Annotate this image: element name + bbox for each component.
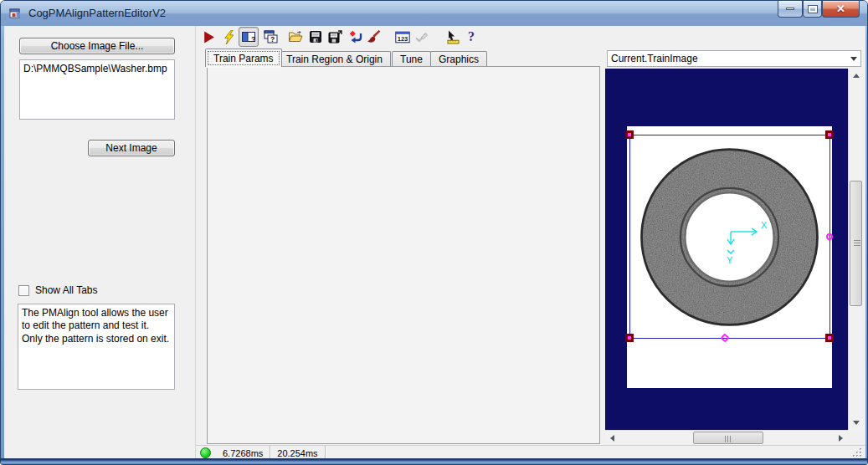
choose-image-file-button[interactable]: Choose Image File... — [19, 38, 175, 54]
train-region-handle-bottom-right[interactable] — [825, 334, 834, 342]
minimize-button[interactable] — [778, 1, 803, 18]
tab-tune[interactable]: Tune — [392, 51, 431, 67]
brush-icon[interactable] — [364, 27, 384, 47]
train-params-page — [207, 66, 600, 444]
close-button[interactable]: ✕ — [822, 1, 860, 18]
arrow-down-icon — [853, 421, 860, 425]
train-region-handle-top-left[interactable] — [625, 130, 634, 139]
maximize-button[interactable] — [803, 1, 822, 18]
scroll-up-button[interactable] — [849, 69, 863, 83]
image-file-path: D:\PMMQBSample\Washer.bmp — [23, 63, 167, 74]
horizontal-scrollbar[interactable] — [605, 430, 848, 444]
close-icon: ✕ — [836, 3, 845, 14]
tool-description-box: The PMAlign tool allows the user to edit… — [18, 304, 175, 390]
window-title: CogPMAlignPatternEditorV2 — [28, 7, 166, 19]
pointer-ruler-icon[interactable] — [443, 27, 463, 47]
svg-text:?: ? — [251, 34, 256, 43]
arrow-up-icon — [853, 74, 860, 78]
float-window-icon[interactable]: ? — [260, 27, 280, 47]
svg-text:?: ? — [270, 35, 275, 43]
pen-check-icon[interactable] — [411, 27, 431, 47]
tab-train-params[interactable]: Train Params — [205, 49, 282, 67]
train-region-rect[interactable] — [629, 135, 830, 339]
reset-arrow-icon[interactable] — [346, 27, 366, 47]
record-selector-dropdown-arrow[interactable] — [846, 51, 860, 66]
vertical-scrollbar[interactable] — [848, 69, 862, 430]
resize-grip-icon[interactable] — [852, 447, 863, 458]
run-icon[interactable] — [198, 27, 218, 47]
lightning-icon[interactable] — [218, 27, 239, 47]
save-as-icon[interactable] — [326, 27, 346, 47]
horizontal-scroll-thumb[interactable] — [693, 432, 763, 444]
status-indicator-green — [200, 447, 211, 458]
thumb-grip-icon — [725, 436, 732, 442]
next-image-button[interactable]: Next Image — [88, 140, 175, 156]
scroll-down-button[interactable] — [849, 416, 863, 430]
maximize-icon — [809, 6, 817, 13]
vertical-scroll-thumb[interactable] — [850, 181, 862, 306]
train-region-handle-right-mid[interactable] — [826, 233, 833, 240]
show-all-tabs-checkbox[interactable] — [18, 285, 29, 296]
numeric-123-icon[interactable]: 123 — [393, 27, 413, 47]
window-frame-bottom — [1, 458, 867, 464]
arrow-left-icon — [610, 435, 614, 442]
arrow-right-icon — [839, 435, 843, 442]
minimize-icon — [786, 8, 794, 10]
open-folder-icon[interactable] — [285, 27, 306, 47]
svg-text:123: 123 — [398, 34, 408, 42]
help-icon[interactable]: ? — [461, 27, 481, 47]
scroll-right-button[interactable] — [834, 431, 848, 445]
chevron-down-icon — [850, 57, 857, 61]
scroll-left-button[interactable] — [605, 431, 619, 445]
panel-divider — [195, 26, 196, 460]
train-region-handle-top-right[interactable] — [825, 130, 834, 139]
save-icon[interactable] — [306, 27, 326, 47]
image-file-listbox[interactable]: D:\PMMQBSample\Washer.bmp — [19, 59, 175, 120]
train-region-handle-bottom-left[interactable] — [625, 334, 634, 342]
record-selector-value: Current.TrainImage — [608, 53, 846, 64]
title-bar[interactable]: CogPMAlignPatternEditorV2 ✕ — [1, 1, 867, 26]
show-all-tabs-label: Show All Tabs — [35, 284, 98, 296]
app-icon — [9, 7, 23, 20]
train-image-viewport[interactable]: X Y — [605, 69, 848, 430]
app-window: CogPMAlignPatternEditorV2 ✕ Choose Image… — [0, 0, 868, 465]
thumb-grip-icon — [854, 240, 860, 247]
tab-graphics[interactable]: Graphics — [430, 51, 487, 67]
tab-train-region-origin[interactable]: Train Region & Origin — [278, 51, 391, 67]
record-selector-combobox[interactable]: Current.TrainImage — [607, 50, 861, 67]
image-window-icon[interactable]: ? — [239, 27, 259, 47]
